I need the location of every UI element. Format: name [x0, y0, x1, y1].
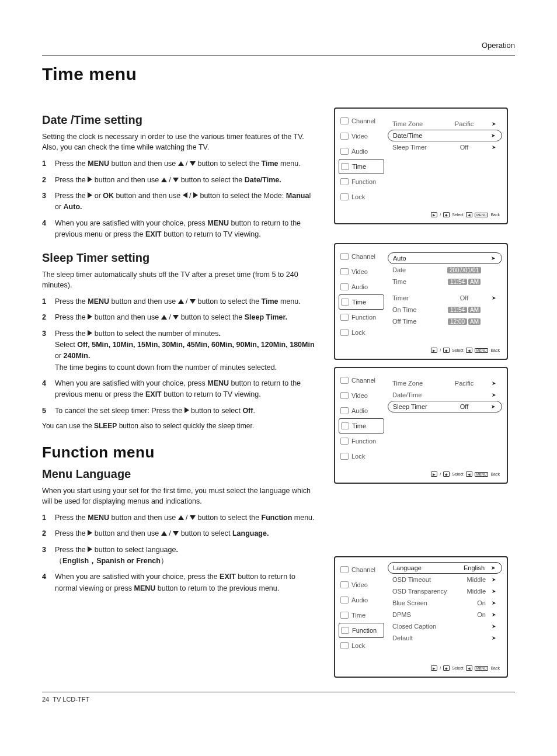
steps-datetime: 1 Press the MENU button and then use / b…	[42, 158, 316, 240]
osd-row-language: LanguageEnglish➤	[388, 562, 502, 574]
video-icon	[340, 133, 349, 140]
t: MENU	[88, 159, 109, 168]
osd-row-bluescreen: Blue ScreenOn➤	[388, 597, 502, 609]
t: SLEEP	[94, 422, 117, 430]
t: Middle	[462, 576, 486, 583]
osd-tab-function: Function	[339, 174, 384, 189]
t: Press the	[55, 192, 88, 200]
t: OSD Timeout	[392, 576, 457, 583]
t: Audio	[351, 597, 368, 604]
osd-tab-channel: Channel	[339, 562, 384, 577]
triangle-up-icon	[161, 178, 167, 182]
chevron-right-icon: ➤	[491, 404, 497, 410]
t: Back	[490, 348, 500, 352]
function-icon	[340, 178, 349, 185]
t: button to return to TV viewing.	[162, 390, 261, 398]
t: Press the	[55, 529, 88, 537]
t: Auto	[393, 255, 437, 262]
lock-icon	[340, 329, 349, 336]
channel-icon	[340, 566, 349, 573]
osd-row-timezone: Time ZonePacific➤	[388, 377, 502, 389]
t: The time begins to count down from the n…	[55, 363, 277, 372]
channel-icon	[340, 117, 349, 124]
t: Date	[392, 266, 437, 273]
osd-footer: ▶/◆Select ◀MENUBack	[431, 348, 500, 353]
audio-icon	[340, 597, 349, 604]
osd-tab-function: Function	[339, 434, 384, 449]
t: button to select the Mode:	[198, 192, 286, 200]
osd-tab-time: Time	[339, 608, 384, 623]
osd-row-osdtimeout: OSD TimeoutMiddle➤	[388, 574, 502, 585]
right-column: Channel Video Audio Time Function Lock T…	[334, 107, 509, 678]
osd-row-sleeptimer: Sleep TimerOff➤	[388, 141, 502, 153]
triangle-up-icon	[178, 161, 184, 166]
t: Function	[351, 314, 376, 321]
t: Off, 5Min, 10Min, 15Min, 30Min, 45Min, 6…	[77, 341, 314, 349]
triangle-left-icon	[183, 192, 187, 198]
function-icon	[340, 314, 349, 321]
t: Video	[351, 268, 368, 275]
osd-tab-video: Video	[339, 129, 384, 144]
t: Video	[351, 392, 368, 399]
osd-row-dpms: DPMSOn➤	[388, 609, 502, 620]
t: You can use the	[42, 422, 94, 430]
triangle-right-icon	[184, 407, 189, 413]
t: ）	[161, 557, 168, 565]
t: 11:54	[448, 307, 467, 313]
footer: 24 TV LCD-TFT	[42, 692, 515, 703]
t: Press the	[55, 159, 88, 168]
osd-row-time: Time11:54AM	[388, 276, 502, 287]
osd-tab-audio: Audio	[339, 144, 384, 159]
t: Audio	[351, 148, 368, 155]
t: or	[92, 192, 103, 200]
osd-tab-lock: Lock	[339, 638, 384, 653]
t: When you are satisfied with your choice,…	[55, 219, 207, 227]
t: Off	[444, 294, 485, 301]
t: On Time	[392, 306, 437, 313]
header-rule: Operation	[42, 41, 515, 56]
t: Time Zone	[392, 120, 437, 127]
osd-tab-audio: Audio	[339, 403, 384, 418]
t: Date/Time	[392, 391, 437, 398]
t: button and then use	[92, 176, 161, 184]
triangle-down-icon	[173, 178, 179, 182]
osd-main: Auto➤ Date2007/01/01 Time11:54AM TimerOf…	[388, 249, 502, 354]
osd-row-sleeptimer: Sleep TimerOff➤	[388, 401, 502, 412]
t: Auto.	[64, 203, 82, 211]
t: Press the	[55, 514, 88, 522]
chevron-right-icon: ➤	[492, 635, 497, 641]
t: Time	[352, 422, 366, 429]
chevron-right-icon: ➤	[492, 392, 497, 398]
t: Select	[452, 213, 463, 217]
t: Audio	[351, 283, 368, 290]
osd-tab-channel: Channel	[339, 373, 384, 388]
t: .	[253, 407, 255, 415]
osd-footer: ▶/◆Select ◀MENUBack	[431, 212, 500, 217]
osd-sidebar: Channel Video Audio Time Function Lock	[339, 373, 384, 478]
t: Off	[444, 403, 485, 410]
osd-row-default: Default➤	[388, 632, 502, 644]
t: Select	[452, 472, 463, 476]
t: AM	[468, 279, 481, 285]
osd-main: Time ZonePacific➤ Date/Time➤ Sleep Timer…	[388, 373, 502, 478]
lock-icon	[340, 193, 349, 200]
t: button and then use	[92, 529, 161, 537]
osd-row-datetime: Date/Time➤	[388, 130, 502, 141]
t: Function	[262, 514, 293, 522]
t: 11:54	[448, 279, 467, 285]
function-icon	[340, 438, 349, 445]
t: Time	[352, 163, 366, 170]
t: button and then use	[109, 159, 177, 168]
t: Function	[351, 178, 376, 185]
t: Back	[490, 213, 500, 217]
triangle-down-icon	[190, 161, 196, 166]
t: Press the	[55, 176, 88, 184]
t: Time	[392, 278, 437, 285]
t: button to return to TV viewing.	[162, 230, 261, 238]
t: Function	[351, 438, 376, 445]
t: MENU	[207, 379, 229, 387]
t: button and then use	[92, 313, 161, 321]
t: Select	[452, 666, 463, 670]
osd-sidebar: Channel Video Audio Time Function Lock	[339, 113, 384, 219]
chevron-right-icon: ➤	[491, 565, 497, 571]
